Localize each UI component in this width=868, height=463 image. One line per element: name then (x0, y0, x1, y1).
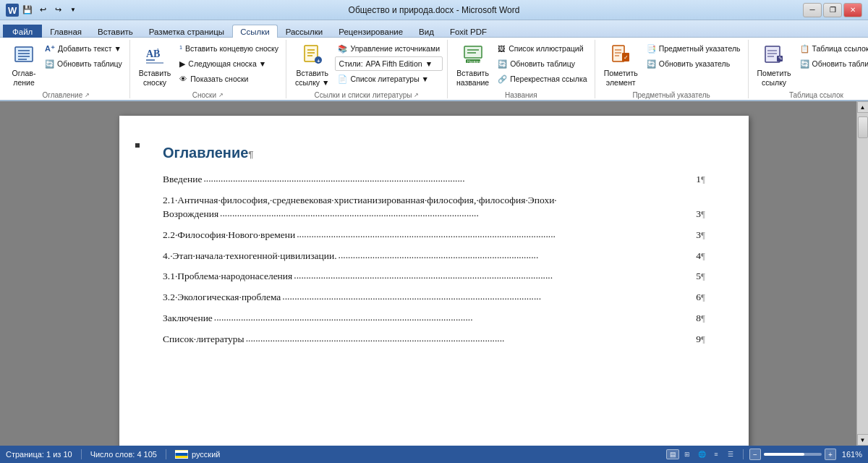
citations-expand-icon[interactable]: ↗ (414, 92, 419, 98)
scroll-up-button[interactable]: ▲ (857, 101, 869, 113)
window-controls: ─ ❐ ✕ (803, 3, 862, 17)
outline-view-icon[interactable]: ≡ (710, 449, 723, 459)
update-table2-button[interactable]: 🔄 Обновить таблицу (495, 56, 590, 71)
next-footnote-label: Следующая сноска ▼ (188, 59, 266, 68)
title-bar: W 💾 ↩ ↪ ▼ Общество и природа.docx - Micr… (0, 0, 868, 20)
cit-table-small-buttons: 📋 Таблица ссылок 🔄 Обновить таблицу (797, 41, 868, 71)
illustrations-list-button[interactable]: 🖼 Список иллюстраций (495, 41, 590, 56)
document-area: ▲ ▼ Оглавление¶ Введение ...............… (0, 101, 868, 446)
insert-endnote-button[interactable]: ¹ Вставить концевую сноску (176, 41, 281, 56)
update-table-button[interactable]: 🔄 Обновить таблицу (42, 56, 125, 71)
zoom-slider[interactable] (764, 453, 822, 456)
scroll-track[interactable] (857, 113, 869, 434)
insert-cit-table-button[interactable]: 📋 Таблица ссылок (797, 41, 868, 56)
captions-group: Название Вставитьназвание 🖼 Список иллюс… (448, 40, 595, 98)
show-footnotes-label: Показать сноски (190, 75, 248, 83)
toc-text-3: 2.2·Философия·Нового·времени (163, 229, 295, 242)
manage-sources-label: Управление источниками (350, 44, 440, 53)
footnotes-small-buttons: ¹ Вставить концевую сноску ▶ Следующая с… (176, 41, 281, 86)
toc-text-4: 4.·Этап·начала·техногенной·цивилизации. (163, 250, 337, 263)
tab-references[interactable]: Ссылки (232, 25, 278, 38)
update-cit-table-button[interactable]: 🔄 Обновить таблицу (797, 56, 868, 71)
document-heading: Оглавление¶ (163, 145, 705, 161)
vertical-scrollbar[interactable]: ▲ ▼ (856, 101, 868, 446)
minimize-button[interactable]: ─ (803, 3, 822, 17)
insert-caption-button[interactable]: Название Вставитьназвание (452, 41, 493, 90)
captions-group-content: Название Вставитьназвание 🖼 Список иллюс… (452, 41, 590, 90)
update-table2-label: Обновить таблицу (510, 59, 575, 68)
ribbon: Оглав-ление A⁺ Добавить текст ▼ 🔄 Обнови… (0, 38, 868, 101)
svg-text:Название: Название (467, 59, 483, 64)
update-index-icon: 🔄 (647, 59, 656, 69)
cross-ref-button[interactable]: 🔗 Перекрестная ссылка (495, 72, 590, 86)
save-icon[interactable]: 💾 (21, 4, 34, 17)
tab-view[interactable]: Вид (411, 25, 442, 38)
status-left: Страница: 1 из 10 Число слов: 4 105 русс… (6, 449, 220, 459)
web-view-icon[interactable]: 🌐 (695, 449, 708, 459)
zoom-out-button[interactable]: − (749, 449, 761, 460)
tab-review[interactable]: Рецензирование (331, 25, 411, 38)
illustrations-label: Список иллюстраций (509, 44, 583, 53)
zoom-controls: − + 161% (749, 449, 862, 460)
mark-citation-button[interactable]: ✎ Пометитьссылку (753, 41, 796, 90)
style-dropdown[interactable]: Стили: APA Fifth Edition ▼ (335, 56, 443, 71)
toc-expand-icon[interactable]: ↗ (85, 92, 90, 98)
toc-page-3: 3¶ (696, 229, 705, 242)
toc-page-8: 9¶ (696, 333, 705, 347)
insert-endnote-label: Вставить концевую сноску (185, 44, 278, 53)
tab-home[interactable]: Главная (42, 25, 90, 38)
style-label: Стили: (339, 59, 362, 68)
insert-footnote-button[interactable]: AB 1 Вставитьсноску (135, 41, 176, 90)
update-index-label: Обновить указатель (659, 59, 730, 68)
status-sep-1 (81, 449, 82, 459)
word-logo-icon: W (6, 4, 19, 17)
zoom-fill (764, 453, 804, 456)
fullscreen-view-icon[interactable]: ⊞ (681, 449, 694, 459)
scroll-thumb[interactable] (858, 116, 868, 138)
toc-entry-6: 3.2·Экологическая·проблема .............… (163, 291, 705, 305)
insert-index-button[interactable]: 📑 Предметный указатель (644, 41, 744, 56)
tab-mailings[interactable]: Рассылки (278, 25, 331, 38)
toc-text-6: 3.2·Экологическая·проблема (163, 291, 281, 305)
tab-file[interactable]: Файл (3, 25, 42, 38)
tab-layout[interactable]: Разметка страницы (141, 25, 232, 38)
toc-button[interactable]: Оглав-ление (7, 41, 41, 90)
show-footnotes-button[interactable]: 👁 Показать сноски (176, 72, 281, 86)
toc-line2-2: Возрождения ............................… (163, 208, 705, 221)
zoom-in-button[interactable]: + (825, 449, 836, 460)
index-group-label: Предметный указатель (600, 90, 744, 99)
insert-citation-button[interactable]: + Вставитьссылку ▼ (291, 41, 333, 90)
customize-icon[interactable]: ▼ (67, 4, 80, 17)
zoom-level[interactable]: 161% (839, 450, 862, 459)
bibliography-button[interactable]: 📄 Список литературы ▼ (335, 72, 443, 86)
citation-table-group: ✎ Пометитьссылку 📋 Таблица ссылок 🔄 Обно… (749, 40, 869, 98)
language-indicator[interactable]: русский (175, 450, 220, 459)
restore-button[interactable]: ❐ (823, 3, 842, 17)
draft-view-icon[interactable]: ☰ (724, 449, 737, 459)
close-button[interactable]: ✕ (843, 3, 862, 17)
manage-sources-button[interactable]: 📚 Управление источниками (335, 41, 443, 56)
mark-entry-icon: ✓ (610, 44, 631, 67)
footnotes-expand-icon[interactable]: ↗ (218, 92, 224, 98)
toc-entry-1: Введение ...............................… (163, 173, 705, 187)
toc-group-content: Оглав-ление A⁺ Добавить текст ▼ 🔄 Обнови… (7, 41, 125, 90)
next-footnote-button[interactable]: ▶ Следующая сноска ▼ (176, 56, 281, 71)
add-text-button[interactable]: A⁺ Добавить текст ▼ (42, 41, 125, 56)
update-index-button[interactable]: 🔄 Обновить указатель (644, 56, 744, 71)
insert-endnote-icon: ¹ (179, 44, 182, 53)
print-view-icon[interactable]: ▤ (666, 449, 679, 459)
scroll-down-button[interactable]: ▼ (857, 434, 869, 446)
mark-entry-button[interactable]: ✓ Пометитьэлемент (600, 41, 642, 90)
svg-text:✓: ✓ (624, 54, 629, 61)
bibliography-label: Список литературы ▼ (350, 75, 429, 83)
update-table-icon: 🔄 (45, 59, 54, 69)
footnote-icon: AB 1 (145, 44, 165, 67)
title-left: W 💾 ↩ ↪ ▼ (6, 4, 80, 17)
toc-page-2: 3¶ (696, 208, 705, 221)
toc-entry-5: 3.1·Проблема·народонаселения ...........… (163, 270, 705, 284)
redo-icon[interactable]: ↪ (51, 4, 64, 17)
tab-foxit[interactable]: Foxit PDF (442, 25, 495, 38)
tab-insert[interactable]: Вставить (90, 25, 141, 38)
svg-rect-17 (464, 46, 482, 58)
undo-icon[interactable]: ↩ (36, 4, 49, 17)
